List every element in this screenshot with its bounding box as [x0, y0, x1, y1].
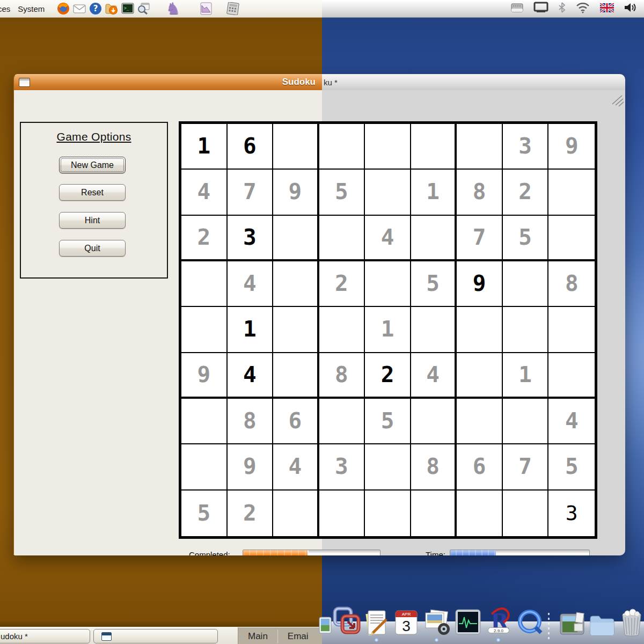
tab-email[interactable]: Emai	[278, 631, 318, 642]
media-thumb-icon[interactable]	[319, 613, 332, 638]
sudoku-cell[interactable]: 4	[411, 353, 457, 399]
iphoto-icon[interactable]	[422, 608, 451, 638]
folder-icon[interactable]	[588, 611, 616, 638]
sudoku-cell[interactable]: 4	[548, 399, 595, 444]
sudoku-cell[interactable]	[319, 399, 365, 444]
sudoku-cell[interactable]: 4	[181, 170, 228, 215]
sudoku-cell[interactable]	[411, 491, 457, 536]
sudoku-cell[interactable]	[457, 124, 503, 170]
documents-stack-icon[interactable]	[558, 609, 586, 638]
sudoku-cell[interactable]: 4	[273, 444, 319, 490]
sudoku-cell[interactable]: 5	[181, 491, 228, 536]
realplayer-icon[interactable]: R 2.9.0	[484, 605, 513, 638]
bluetooth-icon[interactable]	[558, 2, 566, 16]
sudoku-cell[interactable]	[365, 124, 411, 170]
mac-titlebar[interactable]: ku *	[322, 74, 625, 90]
sudoku-cell[interactable]	[365, 444, 411, 490]
tab-main[interactable]: Main	[238, 631, 277, 642]
sudoku-cell[interactable]: 2	[228, 491, 274, 536]
sudoku-cell[interactable]: 2	[365, 353, 411, 399]
titlebar[interactable]: Sudoku ku *	[13, 74, 625, 90]
sudoku-cell[interactable]	[411, 124, 457, 170]
sudoku-cell[interactable]: 4	[365, 216, 411, 261]
sudoku-cell[interactable]	[319, 124, 365, 170]
sudoku-cell[interactable]: 4	[228, 353, 274, 399]
quit-button[interactable]: Quit	[59, 240, 126, 257]
sudoku-cell[interactable]	[273, 491, 319, 536]
sudoku-cell[interactable]: 8	[548, 261, 595, 307]
sudoku-cell[interactable]: 5	[319, 170, 365, 215]
task-button-window[interactable]	[93, 629, 218, 643]
display-icon[interactable]	[533, 2, 548, 16]
sudoku-cell[interactable]	[319, 307, 365, 353]
sudoku-cell[interactable]	[273, 353, 319, 399]
corner-grip-top[interactable]	[603, 93, 624, 107]
ical-icon[interactable]: APR 3	[393, 608, 420, 638]
sudoku-cell[interactable]: 2	[503, 170, 549, 215]
firefox-icon[interactable]	[56, 2, 70, 16]
sudoku-cell[interactable]: 9	[273, 170, 319, 215]
sudoku-cell[interactable]: 5	[503, 216, 549, 261]
window-menu-icon[interactable]	[19, 78, 30, 87]
sudoku-cell[interactable]	[411, 307, 457, 353]
trash-icon[interactable]	[619, 608, 644, 638]
folder-sync-icon[interactable]	[105, 2, 119, 16]
sudoku-cell[interactable]	[457, 307, 503, 353]
volume-icon[interactable]	[624, 2, 636, 15]
vmware-fusion-icon[interactable]	[332, 605, 362, 638]
sudoku-cell[interactable]	[365, 491, 411, 536]
chart-icon[interactable]	[199, 2, 213, 16]
sudoku-cell[interactable]: 1	[181, 124, 228, 170]
gnome-titlebar[interactable]: Sudoku	[13, 74, 322, 90]
sudoku-cell[interactable]: 7	[228, 170, 274, 215]
quicktime-icon[interactable]	[515, 606, 544, 638]
sudoku-cell[interactable]	[548, 216, 595, 261]
sudoku-cell[interactable]	[181, 399, 228, 444]
menu-places-truncated[interactable]: ces	[0, 4, 10, 13]
textedit-icon[interactable]	[363, 608, 390, 638]
reset-button[interactable]: Reset	[59, 184, 126, 201]
sudoku-cell[interactable]	[411, 399, 457, 444]
task-button-sudoku[interactable]: udoku *	[0, 629, 90, 643]
sudoku-cell[interactable]: 5	[548, 444, 595, 490]
sudoku-cell[interactable]	[457, 353, 503, 399]
sudoku-cell[interactable]: 1	[411, 170, 457, 215]
sudoku-cell[interactable]: 2	[319, 261, 365, 307]
sudoku-cell[interactable]	[319, 216, 365, 261]
help-icon[interactable]: ?	[89, 2, 103, 16]
sudoku-cell[interactable]: 1	[503, 353, 549, 399]
sudoku-cell[interactable]: 9	[548, 124, 595, 170]
menu-system[interactable]: System	[18, 4, 45, 13]
sudoku-cell[interactable]	[273, 307, 319, 353]
sudoku-cell[interactable]: 8	[319, 353, 365, 399]
activity-monitor-icon[interactable]	[453, 606, 482, 638]
sudoku-cell[interactable]	[548, 170, 595, 215]
sudoku-cell[interactable]	[503, 261, 549, 307]
sudoku-cell[interactable]: 1	[365, 307, 411, 353]
sudoku-cell[interactable]: 1	[228, 307, 274, 353]
sudoku-cell[interactable]: 6	[457, 444, 503, 490]
sudoku-cell[interactable]: 9	[228, 444, 274, 490]
sudoku-cell[interactable]	[181, 261, 228, 307]
sudoku-cell[interactable]	[457, 491, 503, 536]
mail-icon[interactable]	[72, 2, 86, 16]
new-game-button[interactable]: New Game	[59, 157, 126, 173]
sudoku-cell[interactable]	[411, 216, 457, 261]
sudoku-cell[interactable]: 5	[365, 399, 411, 444]
uk-flag-icon[interactable]	[600, 3, 614, 14]
sudoku-cell[interactable]	[457, 399, 503, 444]
sudoku-cell[interactable]	[503, 307, 549, 353]
sudoku-cell[interactable]: 5	[411, 261, 457, 307]
sudoku-cell[interactable]	[181, 307, 228, 353]
sudoku-cell[interactable]: 3	[319, 444, 365, 490]
sudoku-cell[interactable]	[548, 307, 595, 353]
knight-icon[interactable]: ♞	[166, 2, 180, 16]
sudoku-cell[interactable]: 6	[228, 124, 274, 170]
wifi-icon[interactable]	[575, 2, 590, 16]
sudoku-cell[interactable]: 9	[457, 261, 503, 307]
sudoku-cell[interactable]	[548, 353, 595, 399]
sudoku-cell[interactable]: 3	[228, 216, 274, 261]
calculator-icon[interactable]	[226, 2, 240, 16]
sudoku-cell[interactable]: 8	[457, 170, 503, 215]
sudoku-cell[interactable]	[503, 399, 549, 444]
